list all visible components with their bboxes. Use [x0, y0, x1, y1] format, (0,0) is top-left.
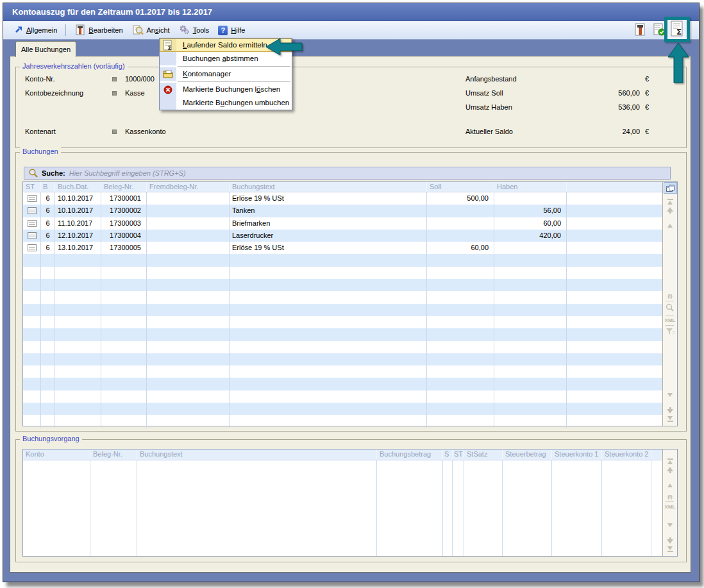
search-bar[interactable]: Suche: Hier Suchbegriff eingeben (STRG+S… — [24, 167, 671, 180]
empty-row[interactable] — [23, 403, 662, 415]
menu-separator — [178, 66, 290, 67]
empty-row[interactable] — [23, 254, 662, 266]
table-row[interactable]: 6 10.10.2017 17300001 Erlöse 19 % USt 50… — [23, 192, 662, 205]
folder-icon — [160, 67, 176, 81]
help-icon: ? — [218, 26, 228, 35]
tab-alle-buchungen[interactable]: Alle Buchungen — [15, 41, 76, 57]
field-value: 24,00 — [555, 126, 640, 137]
scroll-bottom-icon[interactable] — [667, 416, 673, 422]
scroll-down-icon[interactable] — [667, 397, 673, 405]
field-value: 536,00 — [555, 102, 640, 112]
section-jahresverkehrszahlen: Jahresverkehrszahlen (vorläufig) Konto-N… — [15, 67, 687, 148]
section-title: Buchungsvorgang — [20, 435, 82, 442]
currency-label: € — [645, 88, 649, 98]
empty-row[interactable] — [23, 304, 662, 316]
xml-export-icon[interactable]: XML — [665, 504, 676, 510]
col-buchungstext[interactable]: Buchungstext — [137, 449, 377, 460]
scroll-top-icon[interactable] — [667, 199, 673, 205]
scroll-top-icon[interactable] — [667, 458, 673, 464]
menu-item-buchungen-abstimmen[interactable]: Buchungen abstimmen — [160, 52, 292, 65]
booking-detail-table: Konto Beleg-Nr. Buchungstext Buchungsbet… — [22, 449, 678, 557]
empty-row[interactable] — [23, 353, 662, 365]
col-st[interactable]: ST — [23, 182, 41, 192]
bullet-icon — [112, 130, 117, 134]
col-buchdat[interactable]: Buch.Dat. — [55, 182, 101, 192]
empty-row[interactable] — [23, 316, 662, 328]
table-header[interactable]: Konto Beleg-Nr. Buchungstext Buchungsbet… — [23, 449, 662, 460]
bullet-icon — [112, 77, 117, 81]
window-title: Kontoauszug für den Zeitraum 01.2017 bis… — [12, 3, 212, 21]
menu-item-buchungen-loeschen[interactable]: Markierte Buchungen löschen — [160, 83, 292, 96]
field-label: Kontenart — [25, 126, 56, 137]
col-stsatz[interactable]: StSatz — [464, 449, 503, 460]
column-picker-icon[interactable] — [664, 182, 677, 194]
field-label: Umsatz Haben — [465, 103, 512, 111]
search-icon — [28, 168, 38, 179]
col-konto[interactable]: Konto — [23, 449, 90, 460]
col-steuerbetrag[interactable]: Steuerbetrag — [503, 449, 552, 460]
col-b[interactable]: B — [41, 182, 55, 192]
search-label: Suche: — [42, 169, 65, 177]
table-row[interactable]: 6 10.10.2017 17300002 Tanken 56,00 — [23, 205, 662, 217]
col-belegnr[interactable]: Beleg-Nr. — [101, 182, 147, 192]
section-title: Buchungen — [20, 147, 61, 155]
page-up-icon[interactable] — [667, 467, 673, 473]
col-st[interactable]: ST — [453, 449, 464, 460]
field-label: Anfangsbestand — [465, 75, 517, 83]
info-icon[interactable]: (I) — [667, 494, 673, 500]
menu-item-buchungen-umbuchen[interactable]: Markierte Buchungen umbuchen — [160, 96, 292, 110]
empty-row[interactable] — [23, 291, 662, 303]
tools-dropdown-menu: Σ Laufender Saldo ermitteln Buchungen ab… — [159, 38, 292, 110]
zoom-search-icon[interactable] — [666, 303, 674, 313]
bullet-icon — [112, 91, 117, 96]
table-header[interactable]: ST B Buch.Dat. Beleg-Nr. Fremdbeleg-Nr. … — [23, 182, 662, 192]
confirm-bookings-button[interactable] — [653, 23, 666, 36]
page-up-icon[interactable] — [667, 207, 673, 214]
scroll-bottom-icon[interactable] — [667, 546, 673, 552]
col-soll[interactable]: Soll — [427, 182, 494, 192]
menu-item-kontomanager[interactable]: Kontomanager — [160, 67, 292, 81]
col-steuerkonto1[interactable]: Steuerkonto 1 — [552, 449, 602, 460]
info-icon[interactable]: (I) — [667, 293, 673, 299]
menu-allgemein[interactable]: Allgemein — [10, 23, 62, 37]
empty-detail-area[interactable] — [23, 460, 662, 556]
col-haben[interactable]: Haben — [494, 182, 567, 192]
currency-label: € — [645, 74, 649, 84]
empty-row[interactable] — [23, 415, 662, 427]
section-title: Jahresverkehrszahlen (vorläufig) — [20, 62, 128, 70]
empty-row[interactable] — [23, 267, 662, 279]
scroll-down-icon[interactable] — [667, 527, 673, 535]
col-s[interactable]: S — [443, 449, 453, 460]
page-down-icon[interactable] — [667, 537, 673, 544]
menu-bearbeiten[interactable]: Bearbeiten — [70, 22, 127, 38]
scroll-up-icon[interactable] — [667, 476, 673, 483]
col-buchungstext[interactable]: Buchungstext — [230, 182, 427, 192]
delete-icon — [160, 83, 176, 96]
empty-row[interactable] — [23, 341, 662, 353]
menu-item-laufender-saldo[interactable]: Σ Laufender Saldo ermitteln — [160, 38, 292, 52]
col-filler — [651, 449, 662, 460]
col-belegnr[interactable]: Beleg-Nr. — [90, 449, 137, 460]
menu-ansicht[interactable]: Ansicht — [128, 22, 174, 38]
empty-row[interactable] — [23, 378, 662, 390]
col-steuerkonto2[interactable]: Steuerkonto 2 — [602, 449, 651, 460]
col-fremdbelegnr[interactable]: Fremdbeleg-Nr. — [147, 182, 230, 192]
menu-tools[interactable]: Tools — [174, 22, 214, 38]
menu-separator — [178, 81, 290, 82]
edit-tool-button[interactable] — [633, 23, 646, 36]
menu-hilfe[interactable]: ? Hilfe — [214, 24, 249, 37]
empty-row[interactable] — [23, 328, 662, 340]
filter-icon[interactable] — [666, 328, 675, 337]
empty-row[interactable] — [23, 279, 662, 291]
gears-icon — [179, 24, 190, 36]
empty-row[interactable] — [23, 365, 662, 378]
search-placeholder: Hier Suchbegriff eingeben (STRG+S) — [69, 169, 186, 177]
page-down-icon[interactable] — [667, 407, 673, 414]
empty-row[interactable] — [23, 391, 662, 403]
scroll-up-icon[interactable] — [667, 216, 673, 224]
table-row[interactable]: 6 13.10.2017 17300005 Erlöse 19 % USt 60… — [23, 242, 662, 254]
col-buchungsbetrag[interactable]: Buchungsbetrag — [377, 449, 443, 460]
xml-export-icon[interactable]: XML — [665, 317, 676, 323]
table-row[interactable]: 6 11.10.2017 17300003 Briefmarken 60,00 — [23, 217, 662, 230]
table-row[interactable]: 6 12.10.2017 17300004 Laserdrucker 420,0… — [23, 230, 662, 242]
